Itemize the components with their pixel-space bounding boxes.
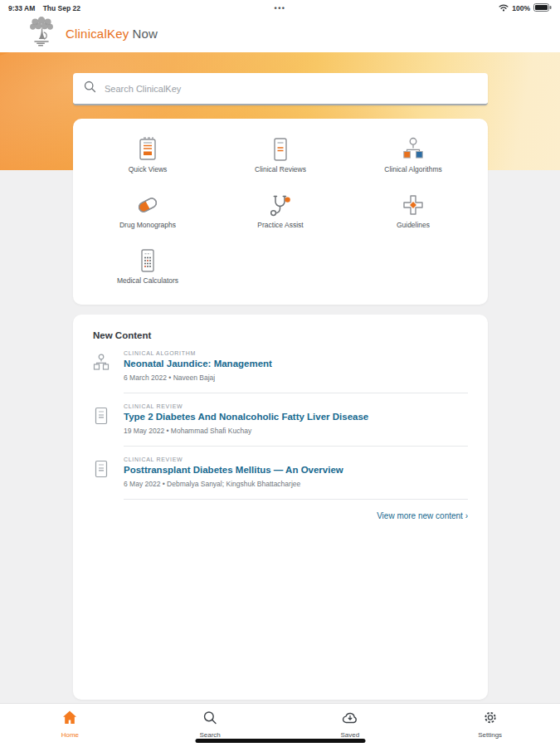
tile-guidelines[interactable]: Guidelines: [347, 184, 480, 240]
tile-label: Clinical Reviews: [255, 165, 306, 173]
content-meta: 19 May 2022 • Mohammad Shafi Kuchay: [124, 427, 468, 435]
content-item-text: CLINICAL REVIEW Posttransplant Diabetes …: [124, 456, 468, 500]
view-more-link[interactable]: View more new content ›: [93, 511, 468, 520]
quick-links-card: Quick Views Clinical Reviews Clinical Al…: [73, 119, 488, 305]
tab-label: Settings: [478, 731, 502, 739]
search-input[interactable]: [105, 84, 477, 94]
content-item[interactable]: CLINICAL REVIEW Posttransplant Diabetes …: [93, 447, 468, 500]
content-meta: 6 May 2022 • Debmalya Sanyal; Kingshuk B…: [124, 480, 468, 488]
tile-clinical-reviews[interactable]: Clinical Reviews: [214, 129, 347, 184]
review-icon: [93, 456, 111, 500]
content-title-link[interactable]: Posttransplant Diabetes Mellitus — An Ov…: [124, 465, 468, 475]
tile-label: Drug Monographs: [119, 221, 176, 229]
content-item-text: CLINICAL ALGORITHM Neonatal Jaundice: Ma…: [124, 350, 468, 393]
status-date: Thu Sep 22: [43, 4, 80, 12]
tab-label: Home: [61, 731, 79, 739]
status-time: 9:33 AM: [8, 4, 35, 12]
new-content-heading: New Content: [93, 330, 468, 340]
tile-medical-calculators[interactable]: Medical Calculators: [81, 240, 214, 295]
review-icon: [93, 403, 111, 447]
tile-drug-monographs[interactable]: Drug Monographs: [81, 184, 214, 240]
tile-label: Guidelines: [397, 221, 430, 229]
search-bar[interactable]: [73, 73, 488, 105]
content-item-text: CLINICAL REVIEW Type 2 Diabetes And Nona…: [124, 403, 468, 447]
content-item[interactable]: CLINICAL ALGORITHM Neonatal Jaundice: Ma…: [93, 340, 468, 393]
status-right: 100%: [499, 3, 552, 13]
search-tab-icon: [202, 710, 218, 729]
status-left: 9:33 AM Thu Sep 22: [8, 4, 86, 12]
tab-home[interactable]: Home: [0, 704, 140, 747]
content-category: CLINICAL REVIEW: [124, 403, 468, 409]
clinical-algorithms-icon: [402, 136, 424, 162]
settings-gear-icon: [482, 710, 499, 729]
medical-calculators-icon: [137, 247, 158, 273]
wifi-icon: [499, 3, 509, 13]
guidelines-icon: [402, 192, 425, 217]
battery-percent: 100%: [512, 4, 530, 12]
status-bar: 9:33 AM Thu Sep 22 ••• 100%: [0, 0, 560, 14]
tile-practice-assist[interactable]: Practice Assist: [214, 184, 347, 240]
tile-label: Practice Assist: [257, 221, 303, 229]
tab-label: Saved: [341, 731, 360, 739]
brand-suffix: Now: [132, 27, 158, 41]
search-icon: [84, 81, 96, 96]
quick-links-grid: Quick Views Clinical Reviews Clinical Al…: [81, 129, 480, 295]
tab-settings[interactable]: Settings: [420, 704, 560, 747]
algorithm-icon: [93, 350, 111, 393]
drug-monographs-icon: [134, 192, 161, 217]
elsevier-tree-logo: [25, 16, 58, 51]
battery-icon: [533, 3, 552, 13]
content-title-link[interactable]: Type 2 Diabetes And Nonalcoholic Fatty L…: [124, 412, 468, 422]
tile-label: Quick Views: [129, 165, 168, 173]
content-category: CLINICAL ALGORITHM: [124, 350, 468, 356]
tile-clinical-algorithms[interactable]: Clinical Algorithms: [347, 129, 480, 184]
quick-views-icon: [137, 136, 158, 162]
brand-name: ClinicalKey: [66, 27, 129, 41]
tile-quick-views[interactable]: Quick Views: [81, 129, 214, 184]
content-category: CLINICAL REVIEW: [124, 456, 468, 462]
tab-label: Search: [199, 731, 220, 739]
top-chrome: 9:33 AM Thu Sep 22 ••• 100%: [0, 0, 560, 52]
new-content-card: New Content CLINICAL ALGORITHM Neonatal …: [73, 315, 488, 700]
content-item[interactable]: CLINICAL REVIEW Type 2 Diabetes And Nona…: [93, 393, 468, 447]
tile-label: Medical Calculators: [117, 276, 178, 285]
home-indicator[interactable]: [195, 739, 365, 743]
home-icon: [61, 710, 78, 729]
content-meta: 6 March 2022 • Naveen Bajaj: [124, 374, 468, 382]
tile-label: Clinical Algorithms: [384, 165, 441, 173]
content-title-link[interactable]: Neonatal Jaundice: Management: [124, 359, 468, 369]
saved-cloud-download-icon: [341, 710, 359, 729]
status-ellipsis: •••: [275, 4, 286, 12]
practice-assist-icon: [269, 192, 292, 217]
app-header: ClinicalKey Now: [0, 14, 560, 51]
clinical-reviews-icon: [270, 136, 291, 162]
